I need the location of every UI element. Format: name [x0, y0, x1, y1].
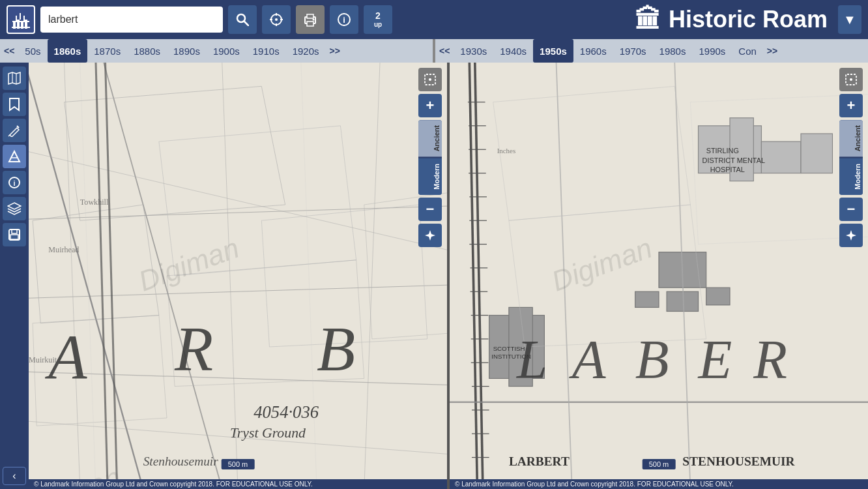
- svg-text:DISTRICT MENTAL: DISTRICT MENTAL: [702, 156, 765, 164]
- map-right-slider[interactable]: Ancient Modern: [839, 120, 863, 195]
- tl-right-1930s[interactable]: 1930s: [454, 39, 493, 63]
- svg-text:Stenhousemuir: Stenhousemuir: [143, 454, 219, 468]
- svg-text:R: R: [174, 314, 213, 384]
- print-icon: [303, 12, 317, 27]
- info-icon: i: [337, 12, 351, 27]
- tl-left-1900s[interactable]: 1900s: [207, 39, 246, 63]
- svg-text:i: i: [13, 179, 15, 187]
- svg-text:4054·036: 4054·036: [253, 402, 319, 422]
- sidebar-item-measure[interactable]: [3, 145, 26, 168]
- timeline-left-next[interactable]: >>: [326, 39, 344, 63]
- svg-text:Towkhill: Towkhill: [80, 198, 109, 207]
- svg-point-20: [313, 19, 315, 21]
- map-left-bg: A R B Stenhousemuir 4054·036 Tryst Groun…: [29, 63, 447, 489]
- map-left-copyright: © Landmark Information Group Ltd and Cro…: [29, 479, 447, 489]
- svg-text:HOSPITAL: HOSPITAL: [710, 166, 745, 173]
- save-icon: [8, 228, 21, 241]
- map-left-locate-icon: [424, 229, 437, 242]
- app-logo: [7, 5, 35, 34]
- locate-icon: [269, 12, 283, 27]
- map-right-locate-button[interactable]: [839, 224, 863, 247]
- tl-right-1990s[interactable]: 1990s: [692, 39, 732, 63]
- svg-text:Tryst Ground: Tryst Ground: [230, 425, 306, 441]
- collapse-icon: ‹: [12, 470, 16, 482]
- tl-left-50s[interactable]: 50s: [18, 39, 47, 63]
- info-circle-icon: i: [8, 176, 21, 189]
- svg-rect-93: [801, 134, 832, 173]
- map-left-modern-label[interactable]: Modern: [418, 158, 442, 195]
- tl-right-1940s[interactable]: 1940s: [493, 39, 533, 63]
- two-up-label: 2: [375, 10, 381, 22]
- svg-marker-23: [8, 72, 20, 84]
- sidebar-item-info[interactable]: i: [3, 171, 26, 194]
- map-right-controls: + Ancient Modern −: [839, 68, 863, 247]
- svg-rect-34: [10, 235, 18, 239]
- search-input[interactable]: [40, 7, 223, 33]
- sidebar-collapse-button[interactable]: ‹: [3, 467, 26, 485]
- map-left-zoom-in-button[interactable]: +: [418, 94, 442, 117]
- map-right-select-button[interactable]: [839, 68, 863, 91]
- select-right-icon: [844, 72, 858, 87]
- map-panel-left[interactable]: A R B Stenhousemuir 4054·036 Tryst Groun…: [29, 63, 447, 489]
- zoom-out-icon: −: [426, 202, 435, 216]
- svg-text:STENHOUSEMUIR: STENHOUSEMUIR: [682, 454, 795, 468]
- zoom-in-icon: +: [426, 98, 435, 113]
- timeline-left-prev[interactable]: <<: [0, 39, 18, 63]
- sidebar-item-layers[interactable]: [3, 197, 26, 220]
- svg-line-26: [8, 135, 10, 136]
- map-left-locate-button[interactable]: [418, 224, 442, 247]
- tl-right-con[interactable]: Con: [732, 39, 763, 63]
- svg-text:A: A: [569, 329, 607, 390]
- tl-left-1890s[interactable]: 1890s: [167, 39, 207, 63]
- sidebar-item-save[interactable]: [3, 223, 26, 246]
- locate-button[interactable]: [262, 5, 291, 34]
- header-dropdown-button[interactable]: ▼: [838, 5, 861, 34]
- measure-icon: [8, 150, 21, 163]
- tl-left-1910s[interactable]: 1910s: [246, 39, 286, 63]
- tl-left-1860s[interactable]: 1860s: [48, 39, 88, 63]
- svg-rect-99: [667, 291, 698, 311]
- map-right-zoom-in-button[interactable]: +: [839, 94, 863, 117]
- svg-rect-4: [12, 21, 29, 22]
- svg-text:B: B: [317, 314, 355, 384]
- map-left-ancient-label[interactable]: Ancient: [418, 120, 442, 156]
- map-right-modern-label[interactable]: Modern: [839, 158, 863, 195]
- search-button[interactable]: [228, 5, 257, 34]
- map-left-zoom-out-button[interactable]: −: [418, 198, 442, 221]
- svg-text:E: E: [698, 329, 732, 390]
- edit-icon: [8, 124, 21, 137]
- map-panel-right[interactable]: STIRLING DISTRICT MENTAL HOSPITAL SCOTTI…: [450, 63, 868, 489]
- tl-left-1870s[interactable]: 1870s: [87, 39, 127, 63]
- svg-rect-7: [20, 13, 21, 20]
- sidebar-item-edit[interactable]: [3, 119, 26, 142]
- tl-right-1980s[interactable]: 1980s: [653, 39, 693, 63]
- sidebar-item-bookmark[interactable]: [3, 93, 26, 116]
- map-divider[interactable]: [447, 63, 450, 489]
- tl-left-1880s[interactable]: 1880s: [127, 39, 167, 63]
- svg-rect-19: [307, 14, 313, 18]
- print-button[interactable]: [296, 5, 325, 34]
- map-right-zoom-out-button[interactable]: −: [839, 198, 863, 221]
- svg-line-10: [244, 22, 248, 25]
- timeline-right: << 1930s 1940s 1950s 1960s 1970s 1980s 1…: [435, 39, 868, 63]
- map-right-scale-bar: 500 m: [643, 459, 676, 469]
- sidebar-item-map[interactable]: [3, 67, 26, 90]
- map-left-select-button[interactable]: [418, 68, 442, 91]
- tl-right-1960s[interactable]: 1960s: [573, 39, 613, 63]
- info-button[interactable]: i: [330, 5, 358, 34]
- two-up-button[interactable]: 2 up: [364, 5, 392, 34]
- map-left-slider[interactable]: Ancient Modern: [418, 120, 442, 195]
- timeline-right-prev[interactable]: <<: [435, 39, 454, 63]
- tl-left-1920s[interactable]: 1920s: [286, 39, 326, 63]
- svg-rect-8: [23, 16, 25, 21]
- timeline-right-next[interactable]: >>: [763, 39, 781, 63]
- svg-text:i: i: [343, 15, 345, 25]
- tl-right-1950s[interactable]: 1950s: [533, 39, 573, 63]
- svg-point-124: [850, 78, 852, 81]
- svg-point-12: [275, 18, 278, 21]
- svg-text:Inches: Inches: [497, 147, 515, 155]
- timeline: << 50s 1860s 1870s 1880s 1890s 1900s 191…: [0, 39, 868, 63]
- map-right-ancient-label[interactable]: Ancient: [839, 120, 863, 156]
- header: i 2 up 🏛 Historic Roam ▼: [0, 0, 868, 39]
- tl-right-1970s[interactable]: 1970s: [613, 39, 653, 63]
